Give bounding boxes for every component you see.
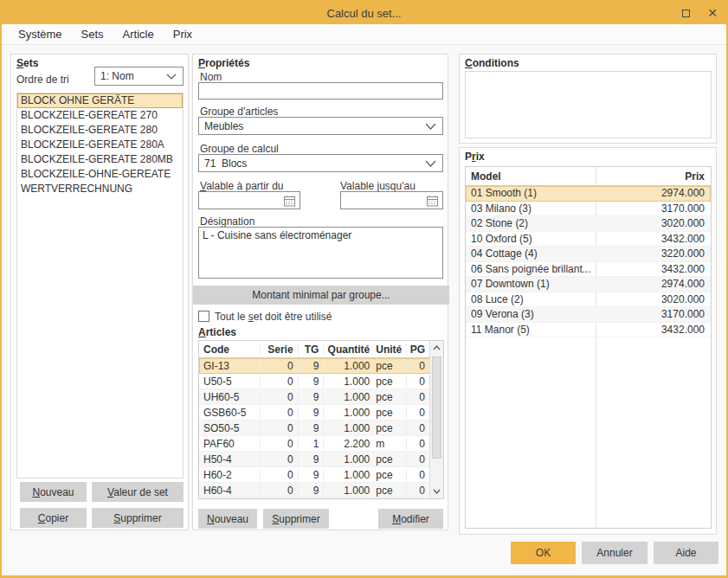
whole-set-checkbox[interactable]	[198, 311, 209, 322]
valid-to-label: Valable jusqu'au	[340, 180, 416, 192]
set-list-item[interactable]: BLOCKZEILE-GEREATE 280A	[17, 138, 183, 152]
article-edit-button[interactable]: Modifier	[378, 509, 443, 529]
minimum-amount-button[interactable]: Montant minimal par groupe...	[193, 286, 449, 305]
name-input[interactable]	[198, 82, 443, 100]
prices-table: Model Prix 01 Smooth (1)2974.000 03 Mila…	[465, 166, 712, 529]
valid-to-input[interactable]	[340, 191, 443, 209]
prices-panel-title: Prix	[465, 151, 485, 163]
article-new-button[interactable]: Nouveau	[198, 509, 257, 529]
articles-table-body: GI-13091.000pce0 U50-5091.000pce0 UH60-5…	[199, 358, 430, 498]
maximize-icon[interactable]	[682, 10, 690, 17]
name-label: Nom	[200, 71, 222, 83]
prices-table-body: 01 Smooth (1)2974.000 03 Milano (3)3170.…	[466, 186, 711, 337]
properties-panel: Propriétés Nom Groupe d'articles Meubles…	[192, 54, 448, 530]
articles-panel-title: Articles	[198, 326, 236, 338]
whole-set-checkbox-label: Tout le set doit être utilisé	[215, 311, 332, 323]
article-group-value: Meubles	[204, 120, 243, 132]
sets-list: BLOCK OHNE GERÄTEBLOCKZEILE-GEREATE 270B…	[16, 93, 184, 478]
designation-label: Désignation	[200, 215, 254, 228]
chevron-down-icon	[425, 120, 436, 132]
calendar-icon[interactable]	[283, 195, 296, 207]
set-list-item[interactable]: BLOCK OHNE GERÄTE	[17, 93, 183, 108]
article-row[interactable]: H60-2091.000pce0	[199, 467, 430, 483]
prices-table-header: Model Prix	[466, 167, 711, 186]
chevron-down-icon	[166, 70, 177, 82]
menu-sets[interactable]: Sets	[72, 28, 113, 41]
valid-from-input[interactable]	[198, 191, 300, 209]
price-row[interactable]: 06 Sans poignée brillant...3432.000	[466, 262, 711, 278]
price-row[interactable]: 11 Manor (5)3432.000	[466, 323, 711, 338]
help-button[interactable]: Aide	[654, 542, 718, 564]
menu-bar: Système Sets Article Prix	[2, 24, 726, 45]
articles-table-header: Code Serie TG Quantité Unité PG	[199, 341, 430, 358]
sets-panel: Sets Ordre de tri 1: Nom BLOCK OHNE GERÄ…	[10, 54, 189, 530]
close-icon[interactable]: ✕	[707, 7, 718, 19]
price-row[interactable]: 07 Downtown (1)2974.000	[466, 277, 711, 292]
article-row[interactable]: UH60-5091.000pce0	[199, 389, 430, 405]
set-value-button[interactable]: Valeur de set	[92, 482, 184, 502]
article-group-select[interactable]: Meubles	[198, 117, 443, 135]
articles-scrollbar[interactable]	[429, 341, 443, 498]
article-row[interactable]: PAF60012.200m0	[199, 436, 430, 452]
set-list-item[interactable]: WERTVERRECHNUNG	[17, 182, 183, 196]
articles-table: Code Serie TG Quantité Unité PG GI-13091…	[198, 340, 444, 499]
article-row[interactable]: GSB60-5091.000pce0	[199, 405, 430, 421]
calc-group-value: 71 Blocs	[204, 157, 247, 170]
conditions-panel-title: Conditions	[465, 57, 519, 69]
sort-order-label: Ordre de tri	[16, 74, 69, 86]
menu-systeme[interactable]: Système	[9, 28, 72, 41]
set-delete-button[interactable]: Supprimer	[92, 508, 184, 528]
article-row[interactable]: H60-4091.000pce0	[199, 483, 430, 498]
calendar-icon[interactable]	[426, 195, 439, 207]
menu-article[interactable]: Article	[113, 28, 164, 41]
article-row[interactable]: U50-5091.000pce0	[199, 374, 430, 389]
price-row[interactable]: 04 Cottage (4)3220.000	[466, 247, 711, 262]
price-row[interactable]: 02 Stone (2)3020.000	[466, 216, 711, 232]
scroll-down-icon[interactable]	[430, 485, 443, 498]
article-row[interactable]: SO50-5091.000pce0	[199, 421, 430, 436]
conditions-textarea[interactable]	[465, 71, 712, 138]
ok-button[interactable]: OK	[511, 542, 576, 564]
chevron-down-icon	[425, 157, 436, 170]
sets-panel-title: Sets	[16, 57, 38, 69]
designation-textarea[interactable]: L - Cuisine sans électroménager	[198, 227, 443, 279]
set-list-item[interactable]: BLOCKZEILE-GEREATE 280	[17, 123, 183, 138]
calc-group-label: Groupe de calcul	[200, 143, 279, 155]
price-row[interactable]: 08 Luce (2)3020.000	[466, 292, 711, 308]
set-list-item[interactable]: BLOCKZEILE-GEREATE 280MB	[17, 152, 183, 167]
scroll-up-icon[interactable]	[430, 341, 443, 355]
conditions-panel: Conditions	[459, 54, 717, 144]
cancel-button[interactable]: Annuler	[582, 542, 647, 564]
article-delete-button[interactable]: Supprimer	[263, 509, 329, 529]
article-row[interactable]: GI-13091.000pce0	[199, 358, 430, 374]
price-row[interactable]: 10 Oxford (5)3432.000	[466, 232, 711, 247]
dialog-window: Calcul du set... ✕ Système Sets Article …	[0, 0, 728, 578]
article-group-label: Groupe d'articles	[200, 106, 278, 118]
price-row[interactable]: 03 Milano (3)3170.000	[466, 202, 711, 217]
sort-order-select[interactable]: 1: Nom	[94, 67, 184, 86]
title-bar[interactable]: Calcul du set... ✕	[2, 2, 726, 24]
window-title: Calcul du set...	[2, 7, 726, 20]
calc-group-select[interactable]: 71 Blocs	[198, 154, 443, 172]
sort-order-value: 1: Nom	[100, 70, 134, 82]
scrollbar-thumb[interactable]	[432, 356, 441, 459]
article-row[interactable]: H50-4091.000pce0	[199, 452, 430, 467]
price-row[interactable]: 09 Verona (3)3170.000	[466, 307, 711, 323]
properties-panel-title: Propriétés	[198, 57, 249, 69]
set-list-item[interactable]: BLOCKZEILE-GEREATE 270	[17, 108, 183, 123]
set-copy-button[interactable]: Copier	[20, 508, 87, 528]
set-new-button[interactable]: Nouveau	[20, 482, 87, 502]
prices-panel: Prix Model Prix 01 Smooth (1)2974.000 03…	[459, 147, 717, 535]
set-list-item[interactable]: BLOCKZEILE-OHNE-GEREATE	[17, 167, 183, 182]
menu-prix[interactable]: Prix	[164, 28, 202, 41]
valid-from-label: Valable à partir du	[200, 180, 284, 192]
price-row[interactable]: 01 Smooth (1)2974.000	[466, 186, 711, 202]
